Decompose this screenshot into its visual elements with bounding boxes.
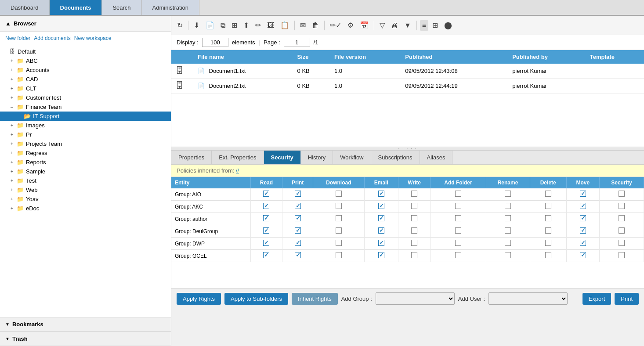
expand-icon[interactable]: – [11, 105, 17, 109]
checkbox-move[interactable] [580, 252, 586, 258]
bottom-tab-ext.-properties[interactable]: Ext. Properties [212, 151, 264, 164]
expand-icon[interactable]: + [11, 169, 17, 174]
tree-item-yoav[interactable]: +📁Yoav [0, 195, 171, 204]
expand-icon[interactable]: + [11, 58, 17, 63]
checkbox-move[interactable] [580, 227, 586, 234]
checkbox-email[interactable] [378, 191, 384, 197]
col-version[interactable]: File version [330, 50, 401, 64]
checkbox-email[interactable] [378, 203, 384, 209]
new-workspace-button[interactable]: New workspace [74, 35, 112, 41]
checkbox-email[interactable] [378, 252, 384, 258]
checkbox-print[interactable] [295, 203, 301, 209]
table-row[interactable]: 🗄 📄 Document2.txt 0 KB 1.0 09/05/2012 12… [171, 79, 644, 94]
checkbox-download[interactable] [336, 252, 342, 258]
tree-item-regress[interactable]: +📁Regress [0, 148, 171, 158]
checkbox-download[interactable] [336, 191, 342, 197]
checkbox-delete[interactable] [545, 203, 551, 209]
checkbox-add_folder[interactable] [455, 191, 461, 197]
checkbox-download[interactable] [336, 203, 342, 209]
tree-item-abc[interactable]: +📁ABC [0, 56, 171, 65]
apply-rights-button[interactable]: Apply Rights [177, 293, 221, 305]
list-view-button[interactable]: ≡ [420, 20, 428, 31]
add-documents-button[interactable]: Add documents [34, 35, 70, 41]
download-button[interactable]: ⬇ [192, 20, 202, 31]
bottom-tab-properties[interactable]: Properties [171, 151, 212, 164]
checkbox-email[interactable] [378, 227, 384, 234]
tree-item-web[interactable]: +📁Web [0, 185, 171, 195]
checkbox-read[interactable] [263, 252, 269, 258]
checkbox-download[interactable] [336, 215, 342, 221]
checkbox-move[interactable] [580, 215, 586, 221]
checkbox-security[interactable] [619, 227, 625, 234]
checkbox-security[interactable] [619, 240, 625, 246]
expand-icon[interactable]: + [11, 178, 17, 183]
bottom-tab-history[interactable]: History [301, 151, 333, 164]
preview-button[interactable]: ⬤ [442, 20, 454, 31]
checkbox-delete[interactable] [545, 191, 551, 197]
checkbox-read[interactable] [263, 215, 269, 221]
tab-documents[interactable]: Documents [50, 0, 102, 15]
tab-search[interactable]: Search [102, 0, 141, 15]
checkbox-rename[interactable] [505, 191, 511, 197]
checkbox-print[interactable] [295, 215, 301, 221]
filter-button[interactable]: ▽ [377, 20, 387, 31]
tree-item-finance-team[interactable]: –📁Finance Team [0, 102, 171, 112]
tree-item-pr[interactable]: +📁Pr [0, 130, 171, 139]
checkbox-delete[interactable] [545, 227, 551, 234]
checkbox-rename[interactable] [505, 227, 511, 234]
checkbox-write[interactable] [411, 240, 417, 246]
checkbox-write[interactable] [411, 252, 417, 258]
clipboard-button[interactable]: 📋 [278, 20, 291, 31]
expand-icon[interactable]: + [11, 95, 17, 100]
expand-icon[interactable]: + [11, 68, 17, 72]
print-toolbar-button[interactable]: 🖨 [389, 20, 400, 31]
checkbox-rename[interactable] [505, 203, 511, 209]
copy-button[interactable]: ⧉ [218, 20, 228, 31]
tab-administration[interactable]: Administration [142, 0, 199, 15]
tree-item-it-support[interactable]: 📂IT Support [0, 112, 171, 121]
settings-button[interactable]: ⚙ [345, 20, 356, 31]
tab-dashboard[interactable]: Dashboard [0, 0, 50, 15]
expand-icon[interactable]: + [11, 123, 17, 128]
tree-item-cad[interactable]: +📁CAD [0, 75, 171, 84]
checkbox-move[interactable] [580, 240, 586, 246]
checkbox-email[interactable] [378, 240, 384, 246]
col-template[interactable]: Template [586, 50, 644, 64]
tree-item-edoc[interactable]: +📁eDoc [0, 204, 171, 213]
export-button[interactable]: Export [582, 293, 611, 305]
bottom-tab-security[interactable]: Security [264, 151, 301, 164]
checkbox-move[interactable] [580, 191, 586, 197]
checkbox-rename[interactable] [505, 215, 511, 221]
grid-view-button[interactable]: ⊞ [430, 20, 440, 31]
bottom-tab-subscriptions[interactable]: Subscriptions [371, 151, 420, 164]
checkbox-security[interactable] [619, 203, 625, 209]
checkbox-email[interactable] [378, 215, 384, 221]
tree-item-test[interactable]: +📁Test [0, 176, 171, 185]
checkbox-delete[interactable] [545, 252, 551, 258]
checkin-button[interactable]: ✏✓ [328, 20, 344, 31]
checkbox-write[interactable] [411, 215, 417, 221]
checkbox-print[interactable] [295, 240, 301, 246]
expand-icon[interactable]: + [11, 77, 17, 82]
checkbox-print[interactable] [295, 191, 301, 197]
browser-collapse-icon[interactable]: ▲ [5, 20, 11, 27]
bookmarks-section[interactable]: ▼ Bookmarks [0, 317, 171, 332]
expand-icon[interactable]: + [11, 141, 17, 146]
col-published-by[interactable]: Published by [508, 50, 586, 64]
apply-subfolders-button[interactable]: Apply to Sub-folders [224, 293, 288, 305]
checkbox-security[interactable] [619, 252, 625, 258]
checkbox-add_folder[interactable] [455, 227, 461, 234]
checkbox-rename[interactable] [505, 252, 511, 258]
tree-item-accounts[interactable]: +📁Accounts [0, 65, 171, 75]
checkbox-download[interactable] [336, 240, 342, 246]
print-button[interactable]: Print [615, 293, 639, 305]
add-group-select[interactable] [376, 292, 455, 305]
upload-button[interactable]: ⬆ [241, 20, 251, 31]
checkbox-add_folder[interactable] [455, 240, 461, 246]
expand-icon[interactable]: + [11, 197, 17, 202]
tree-item-projects-team[interactable]: +📁Projects Team [0, 139, 171, 148]
page-input[interactable] [284, 38, 310, 47]
expand-icon[interactable]: + [11, 86, 17, 91]
image-button[interactable]: 🖼 [265, 20, 276, 31]
bottom-tab-workflow[interactable]: Workflow [333, 151, 371, 164]
